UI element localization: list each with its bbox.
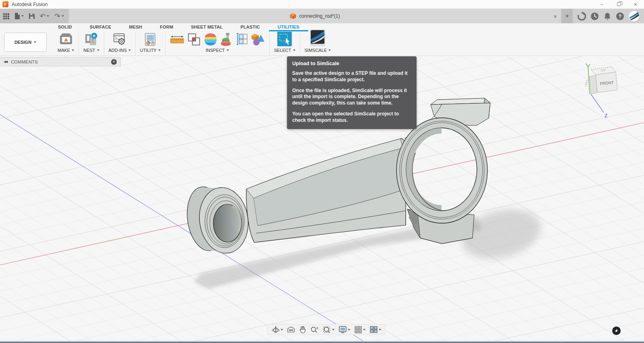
measure-icon[interactable]: [170, 33, 184, 45]
minimize-button[interactable]: –: [593, 0, 610, 8]
chevron-down-icon: [293, 49, 295, 51]
simscale-icon: [311, 30, 324, 44]
chevron-down-icon: [72, 49, 74, 51]
simscale-tooltip: Upload to SimScale Save the active desig…: [287, 56, 417, 129]
tabbar-right-icons: ?: [573, 9, 644, 23]
clock-history-button[interactable]: [590, 12, 599, 21]
tooltip-paragraph: Save the active design to a STEP file an…: [292, 70, 411, 83]
display-settings-button[interactable]: [337, 325, 352, 335]
app-grid-button[interactable]: [3, 13, 9, 19]
close-tab-button[interactable]: ×: [553, 13, 557, 19]
zoom-window-button[interactable]: [321, 325, 336, 335]
group-simscale: SIMSCALE: [300, 32, 336, 55]
workspace-selector[interactable]: DESIGN: [4, 33, 47, 52]
nest-dropdown[interactable]: NEST: [83, 46, 99, 55]
document-tab-label: connecting_rod*(1): [299, 13, 340, 19]
simscale-dropdown[interactable]: SIMSCALE: [305, 46, 331, 55]
fusion-logo-icon: F: [2, 1, 8, 7]
pan-button[interactable]: [297, 325, 308, 335]
zoom-button[interactable]: ±: [309, 325, 320, 335]
select-dropdown[interactable]: SELECT: [274, 46, 295, 55]
comments-panel-bar[interactable]: ◀◀ COMMENTS +: [0, 57, 121, 66]
job-status-button[interactable]: [578, 12, 586, 21]
file-menu-button[interactable]: [14, 13, 24, 19]
document-tab[interactable]: connecting_rod*(1) ×: [69, 9, 562, 23]
tab-form[interactable]: FORM: [151, 23, 182, 30]
save-button[interactable]: [29, 13, 35, 19]
look-at-button[interactable]: [285, 325, 297, 335]
curvature-analysis-icon[interactable]: [204, 33, 217, 46]
inspect-label: INSPECT: [206, 48, 225, 53]
title-bar: F Autodesk Fusion – ×: [0, 0, 644, 9]
restore-button[interactable]: [610, 0, 627, 8]
tab-utilities[interactable]: UTILITIES: [269, 23, 308, 31]
utility-report-icon[interactable]: [144, 33, 157, 46]
chevron-down-icon: [348, 329, 350, 331]
viewports-button[interactable]: [368, 325, 383, 335]
chevron-down-icon: [328, 49, 331, 51]
z-axis-indicator: [591, 94, 604, 113]
orbit-icon: [272, 326, 280, 334]
collapse-comments-icon[interactable]: ◀◀: [4, 60, 7, 64]
arrow-icon: [614, 329, 619, 333]
tooltip-title: Upload to SimScale: [292, 61, 411, 66]
orbit-button[interactable]: [270, 325, 285, 335]
chevron-down-icon: [281, 329, 283, 331]
tab-sheet-metal[interactable]: SHEET METAL: [182, 23, 231, 30]
pan-hand-icon: [299, 326, 306, 333]
chevron-down-icon: [21, 15, 24, 17]
chevron-down-icon: [47, 15, 49, 17]
make-3d-print-icon[interactable]: [59, 33, 73, 46]
nest-icon[interactable]: [84, 33, 99, 46]
chevron-down-icon: [128, 49, 131, 51]
add-ins-icon[interactable]: [113, 33, 126, 46]
restore-icon: [617, 2, 621, 6]
add-comment-button[interactable]: +: [111, 59, 117, 65]
tab-plastic[interactable]: PLASTIC: [231, 23, 268, 30]
window-controls: – ×: [593, 0, 644, 8]
chevron-down-icon: [158, 49, 161, 51]
utility-dropdown[interactable]: UTILITY: [140, 46, 161, 55]
make-dropdown[interactable]: MAKE: [58, 46, 74, 55]
tab-surface[interactable]: SURFACE: [81, 23, 120, 30]
component-table-icon[interactable]: [236, 33, 248, 46]
user-avatar[interactable]: [629, 11, 639, 21]
notifications-bell-button[interactable]: [603, 12, 611, 21]
redo-button[interactable]: ↷: [54, 13, 64, 20]
display-components-icon[interactable]: [251, 33, 265, 46]
tab-mesh[interactable]: MESH: [120, 23, 151, 30]
chevron-down-icon: [332, 329, 334, 331]
simscale-tile[interactable]: [310, 29, 325, 46]
group-select: SELECT: [270, 32, 300, 55]
chevron-down-icon: [62, 15, 64, 17]
view-cube[interactable]: TOP LEFT FRONT Z: [584, 64, 617, 119]
file-icon: [14, 13, 20, 19]
chevron-down-icon: [379, 329, 381, 331]
bottom-edge: [0, 341, 644, 343]
quick-feedback-button[interactable]: [612, 327, 621, 335]
redo-icon: ↷: [54, 13, 60, 20]
help-button[interactable]: ?: [616, 12, 624, 21]
inspect-dropdown[interactable]: INSPECT: [206, 46, 229, 55]
app-title: Autodesk Fusion: [12, 2, 47, 7]
look-at-icon: [287, 326, 295, 333]
comments-label: COMMENTS: [11, 60, 38, 64]
interference-icon[interactable]: [188, 33, 200, 46]
z-axis-label: Z: [605, 113, 607, 119]
tooltip-paragraph: You can open the selected SimScale proje…: [292, 111, 411, 124]
grid-snap-button[interactable]: [353, 325, 367, 335]
group-nest: NEST: [79, 32, 104, 55]
tab-solid[interactable]: SOLID: [49, 23, 81, 30]
select-icon[interactable]: [277, 32, 292, 46]
viewport: TOP LEFT FRONT Z ◀◀ COMMENTS + Upload to…: [0, 56, 644, 341]
close-button[interactable]: ×: [627, 0, 644, 8]
chevron-down-icon: [227, 49, 229, 51]
nest-label: NEST: [83, 48, 95, 53]
new-tab-button[interactable]: +: [561, 9, 573, 23]
add-ins-label: ADD-INS: [109, 48, 127, 53]
section-analysis-icon[interactable]: [221, 33, 233, 46]
undo-button[interactable]: ↶: [40, 13, 49, 20]
undo-icon: ↶: [40, 13, 45, 20]
add-ins-dropdown[interactable]: ADD-INS: [109, 46, 131, 55]
group-inspect: INSPECT: [165, 32, 270, 55]
